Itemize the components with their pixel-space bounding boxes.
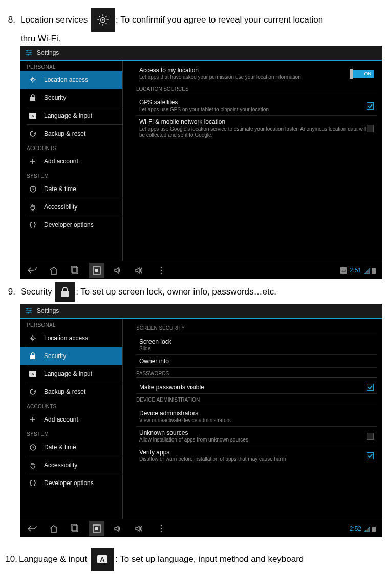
row-unknown-sources[interactable]: Unknown sources Allow installation of ap… [136,427,377,446]
gallery-status-icon [340,267,347,274]
menu-dots-icon[interactable] [154,263,169,278]
home-icon[interactable] [46,263,61,278]
row-title: GPS satellites [139,99,367,106]
svg-text:A: A [31,114,34,118]
svg-point-5 [30,52,31,54]
sidebar-item-accessibility[interactable]: Accessibility [20,456,122,474]
row-passwords-visible[interactable]: Make passwords visible [136,381,377,394]
screenshot-icon[interactable] [89,521,104,536]
language-keyboard-icon: A… [91,548,114,571]
row-title: Unknown sources [139,429,367,436]
svg-point-42 [161,531,162,532]
home-icon[interactable] [46,521,61,536]
checkbox-checked[interactable] [367,452,374,459]
row-verify-apps[interactable]: Verify apps Disallow or warn before inst… [136,446,377,465]
svg-point-3 [27,50,28,52]
svg-rect-17 [95,269,98,272]
sidebar-item-location[interactable]: Location access [20,329,122,347]
sidebar-item-label: Location access [44,334,88,342]
sidebar-item-label: Backup & reset [44,388,85,395]
hand-icon [29,461,37,469]
status-clock: 2:52 [350,525,361,532]
svg-point-19 [161,269,162,271]
row-owner-info[interactable]: Owner info [136,355,377,368]
sidebar-item-language[interactable]: A Language & input [20,107,122,124]
toggle-on[interactable]: ON [351,70,374,78]
checkbox-unchecked[interactable] [367,125,374,132]
svg-point-1 [102,19,103,20]
svg-rect-43 [372,527,376,532]
svg-point-25 [27,308,28,310]
sidebar-item-backup[interactable]: Backup & reset [20,383,122,401]
back-icon[interactable] [25,521,40,536]
sidebar-item-label: Accessibility [44,461,77,469]
detail-cat-device-admin: DEVICE ADMINISTRATION [136,394,377,404]
settings-titlebar: Settings [20,46,382,61]
checkbox-checked[interactable] [367,102,374,110]
item-number: 9. [4,287,15,297]
row-wifi-location[interactable]: Wi-Fi & mobile network location Let apps… [136,116,377,141]
sidebar-cat-personal: PERSONAL [20,319,122,329]
sidebar-item-datetime[interactable]: Date & time [20,438,122,456]
sidebar-item-developer[interactable]: Developer options [20,474,122,492]
sidebar-item-language[interactable]: A Language & input [20,365,122,383]
crosshair-icon [29,334,37,342]
row-gps[interactable]: GPS satellites Let apps use GPS on your … [136,96,377,116]
item-number: 8. [4,15,15,25]
sidebar-item-location[interactable]: Location access [20,71,122,89]
row-screen-lock[interactable]: Screen lock Slide [136,335,377,355]
svg-point-31 [32,338,33,339]
row-device-admins[interactable]: Device administrators View or deactivate… [136,407,377,427]
row-subtitle: Let apps use GPS on your tablet to pinpo… [139,107,367,113]
item-text-post: : To confirmif you agree to reveal your … [116,15,323,25]
volume-up-icon[interactable] [132,521,147,536]
settings-sidebar: PERSONAL Location access Security A Lang… [20,61,123,261]
sidebar-item-label: Accessibility [44,203,77,211]
signal-battery-icon [364,267,378,274]
sidebar-item-security[interactable]: Security [20,89,122,107]
row-title: Wi-Fi & mobile network location [139,118,367,125]
checkbox-checked[interactable] [367,384,374,391]
checkbox-unchecked[interactable] [367,433,374,440]
list-item-10: 10. Language & input A… : To set up lang… [4,548,383,571]
sidebar-item-label: Security [44,352,66,360]
recent-apps-icon[interactable] [68,521,83,536]
svg-rect-21 [340,267,347,274]
sidebar-item-datetime[interactable]: Date & time [20,180,122,198]
row-access-location[interactable]: Access to my location Let apps that have… [136,64,377,83]
row-subtitle: Allow installation of apps from unknown … [139,437,367,443]
recent-apps-icon[interactable] [68,263,83,278]
sidebar-item-add-account[interactable]: Add account [20,153,122,170]
sidebar-item-accessibility[interactable]: Accessibility [20,198,122,216]
braces-icon [29,221,37,229]
svg-rect-23 [61,291,69,297]
lock-icon [29,352,37,360]
sidebar-item-security[interactable]: Security [20,347,122,365]
volume-down-icon[interactable] [111,263,126,278]
item-text-line2: thru Wi-Fi. [4,34,383,44]
row-subtitle: Let apps use Google's location service t… [139,126,367,138]
sidebar-item-add-account[interactable]: Add account [20,411,122,428]
detail-cat-sources: LOCATION SOURCES [136,83,377,93]
sidebar-item-label: Language & input [44,370,92,377]
sidebar-item-backup[interactable]: Backup & reset [20,125,122,142]
svg-point-9 [32,79,33,80]
screenshot-icon[interactable] [89,263,104,278]
sidebar-cat-accounts: ACCOUNTS [20,142,122,153]
hand-icon [29,203,37,211]
sidebar-item-label: Developer options [44,479,94,487]
back-icon[interactable] [25,263,40,278]
svg-rect-10 [30,97,35,101]
keyboard-a-icon: A [29,370,37,378]
volume-down-icon[interactable] [111,521,126,536]
svg-rect-22 [372,268,376,274]
svg-point-7 [28,54,29,56]
list-item-8: 8. Location services : To confirmif you … [4,8,383,32]
sidebar-item-developer[interactable]: Developer options [20,216,122,234]
menu-dots-icon[interactable] [154,521,169,536]
volume-up-icon[interactable] [132,263,147,278]
sidebar-item-label: Location access [44,76,88,83]
detail-pane-location: Access to my location Let apps that have… [123,61,382,261]
lock-icon [29,94,37,102]
signal-battery-icon [364,526,378,532]
